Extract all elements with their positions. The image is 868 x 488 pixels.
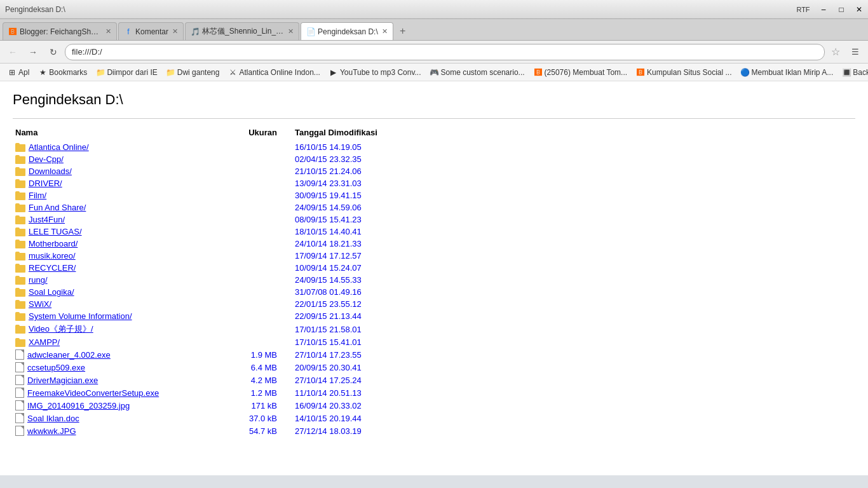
table-row: Fun And Share/ 24/09/15 14.59.06 bbox=[13, 201, 855, 214]
folder-size bbox=[229, 153, 292, 165]
bookmark-scenario-label: Some custom scenario... bbox=[441, 68, 525, 77]
folder-name-cell: musik.koreo/ bbox=[13, 250, 229, 262]
maximize-button[interactable]: □ bbox=[832, 0, 850, 19]
bookmark-membuat-iklan-icon: 🔵 bbox=[741, 68, 750, 77]
bookmark-membuat-tom-icon: 🅱 bbox=[534, 68, 543, 77]
folder-link[interactable]: Atlantica Online/ bbox=[29, 142, 89, 152]
tab-pengindeksan[interactable]: 📄 Pengindeksan D:\ ✕ bbox=[301, 22, 393, 40]
bookmark-youtube[interactable]: ▶ YouTube to mp3 Conv... bbox=[325, 65, 425, 79]
folder-link[interactable]: RECYCLER/ bbox=[29, 263, 76, 273]
file-link[interactable]: DriverMagician.exe bbox=[27, 376, 98, 385]
tab-pengindeksan-label: Pengindeksan D:\ bbox=[318, 27, 378, 36]
folder-size bbox=[229, 274, 292, 286]
folder-link[interactable]: Just4Fun/ bbox=[29, 215, 65, 224]
minimize-button[interactable]: – bbox=[815, 0, 832, 19]
file-icon bbox=[15, 362, 24, 372]
bookmark-apl[interactable]: ⊞ Apl bbox=[4, 65, 33, 79]
file-name-cell: Soal Iklan.doc bbox=[13, 412, 229, 424]
folder-size bbox=[229, 201, 292, 214]
tab-komentar[interactable]: f Komentar ✕ bbox=[118, 22, 184, 40]
folder-link[interactable]: Motherboard/ bbox=[29, 239, 78, 248]
folder-size bbox=[229, 238, 292, 250]
tab-pengindeksan-close[interactable]: ✕ bbox=[382, 27, 388, 36]
bookmark-atlantica[interactable]: ⚔ Atlantica Online Indon... bbox=[224, 65, 323, 79]
table-row: Film/ 30/09/15 19.41.15 bbox=[13, 189, 855, 201]
folder-link[interactable]: System Volume Information/ bbox=[29, 311, 132, 321]
folder-link[interactable]: rung/ bbox=[29, 275, 48, 285]
folder-link[interactable]: musik.koreo/ bbox=[29, 251, 76, 261]
folder-link[interactable]: Soal Logika/ bbox=[29, 287, 74, 297]
folder-size bbox=[229, 336, 292, 348]
close-button[interactable]: ✕ bbox=[850, 0, 868, 19]
rtf-label[interactable]: RTF bbox=[792, 0, 815, 19]
folder-date: 24/09/15 14.59.06 bbox=[292, 201, 855, 214]
tab-blogger[interactable]: 🅱 Blogger: FeichangShare - Kr... ✕ bbox=[3, 22, 117, 40]
tab-blogger-icon: 🅱 bbox=[8, 27, 17, 36]
forward-button[interactable]: → bbox=[24, 44, 42, 60]
tab-music[interactable]: 🎵 林芯儀_Shennio_Lin_-_弟... ✕ bbox=[185, 22, 299, 40]
bookmark-bookmarks[interactable]: ★ Bookmarks bbox=[34, 65, 91, 79]
folder-date: 17/10/15 15.41.01 bbox=[292, 336, 855, 348]
browser-menu-button[interactable]: ☰ bbox=[846, 44, 864, 60]
tab-komentar-close[interactable]: ✕ bbox=[172, 27, 178, 36]
reload-button[interactable]: ↻ bbox=[44, 44, 62, 60]
bookmark-dwi-label: Dwi ganteng bbox=[177, 68, 220, 77]
table-row: Video《弟子規》/ 17/01/15 21.58.01 bbox=[13, 322, 855, 336]
file-link[interactable]: wkwkwk.JPG bbox=[27, 426, 76, 436]
file-name-cell: ccsetup509.exe bbox=[13, 361, 229, 374]
file-icon bbox=[15, 388, 24, 398]
bookmark-membuat-iklan[interactable]: 🔵 Membuat Iklan Mirip A... bbox=[737, 65, 837, 79]
file-link[interactable]: ccsetup509.exe bbox=[27, 363, 85, 372]
bookmark-diimpor[interactable]: 📁 Diimpor dari IE bbox=[92, 65, 161, 79]
address-bar[interactable]: file:///D:/ bbox=[65, 44, 825, 60]
folder-name-cell: System Volume Information/ bbox=[13, 310, 229, 322]
folder-link[interactable]: Video《弟子規》/ bbox=[29, 323, 93, 335]
file-link[interactable]: FreemakeVideoConverterSetup.exe bbox=[27, 388, 159, 398]
folder-link[interactable]: XAMPP/ bbox=[29, 337, 60, 347]
folder-link[interactable]: SWiX/ bbox=[29, 299, 51, 309]
bookmark-kumpulan[interactable]: 🅱 Kumpulan Situs Social ... bbox=[632, 65, 735, 79]
bookmark-membuat-tom-label: (25076) Membuat Tom... bbox=[545, 68, 628, 77]
folder-name-cell: DRIVER/ bbox=[13, 177, 229, 189]
folder-date: 24/10/14 18.21.33 bbox=[292, 238, 855, 250]
table-row: LELE TUGAS/ 18/10/15 14.40.41 bbox=[13, 226, 855, 238]
table-row: RECYCLER/ 10/09/14 15.24.07 bbox=[13, 262, 855, 274]
folder-name-cell: Downloads/ bbox=[13, 165, 229, 177]
table-row: IMG_20140916_203259.jpg 171 kB 16/09/14 … bbox=[13, 399, 855, 412]
table-row: Soal Iklan.doc 37.0 kB 14/10/15 20.19.44 bbox=[13, 412, 855, 424]
folder-link[interactable]: LELE TUGAS/ bbox=[29, 227, 82, 236]
folder-date: 02/04/15 23.32.35 bbox=[292, 153, 855, 165]
folder-link[interactable]: Downloads/ bbox=[29, 166, 72, 176]
bookmark-backlink-icon: 🔳 bbox=[842, 68, 851, 77]
column-date: Tanggal Dimodifikasi bbox=[292, 126, 855, 141]
file-link[interactable]: adwcleaner_4.002.exe bbox=[27, 350, 111, 360]
file-link[interactable]: Soal Iklan.doc bbox=[27, 414, 79, 423]
folder-link[interactable]: Fun And Share/ bbox=[29, 203, 86, 212]
file-link[interactable]: IMG_20140916_203259.jpg bbox=[27, 401, 130, 410]
folder-link[interactable]: Film/ bbox=[29, 191, 46, 200]
bookmark-dwi[interactable]: 📁 Dwi ganteng bbox=[163, 65, 224, 79]
folder-icon bbox=[15, 215, 25, 224]
folder-date: 16/10/15 14.19.05 bbox=[292, 141, 855, 153]
new-tab-button[interactable]: + bbox=[395, 24, 411, 39]
bookmark-backlink[interactable]: 🔳 Backlink Power bbox=[838, 65, 868, 79]
folder-link[interactable]: DRIVER/ bbox=[29, 179, 62, 188]
folder-name-cell: Fun And Share/ bbox=[13, 201, 229, 214]
window-controls: RTF – □ ✕ bbox=[792, 0, 868, 19]
folder-icon bbox=[15, 325, 25, 334]
bookmark-apl-icon: ⊞ bbox=[8, 68, 17, 77]
bookmark-scenario[interactable]: 🎮 Some custom scenario... bbox=[426, 65, 529, 79]
folder-name-cell: SWiX/ bbox=[13, 298, 229, 310]
bookmark-star-button[interactable]: ☆ bbox=[827, 44, 844, 60]
tab-blogger-close[interactable]: ✕ bbox=[105, 27, 111, 36]
table-row: rung/ 24/09/15 14.55.33 bbox=[13, 274, 855, 286]
folder-date: 21/10/15 21.24.06 bbox=[292, 165, 855, 177]
tab-music-close[interactable]: ✕ bbox=[288, 27, 294, 36]
back-button[interactable]: ← bbox=[4, 44, 22, 60]
folder-link[interactable]: Dev-Cpp/ bbox=[29, 154, 64, 164]
table-row: adwcleaner_4.002.exe 1.9 MB 27/10/14 17.… bbox=[13, 348, 855, 361]
folder-icon bbox=[15, 312, 25, 321]
bookmark-diimpor-label: Diimpor dari IE bbox=[107, 68, 157, 77]
bookmark-membuat-tom[interactable]: 🅱 (25076) Membuat Tom... bbox=[530, 65, 632, 79]
file-date: 27/12/14 18.03.19 bbox=[292, 424, 855, 437]
